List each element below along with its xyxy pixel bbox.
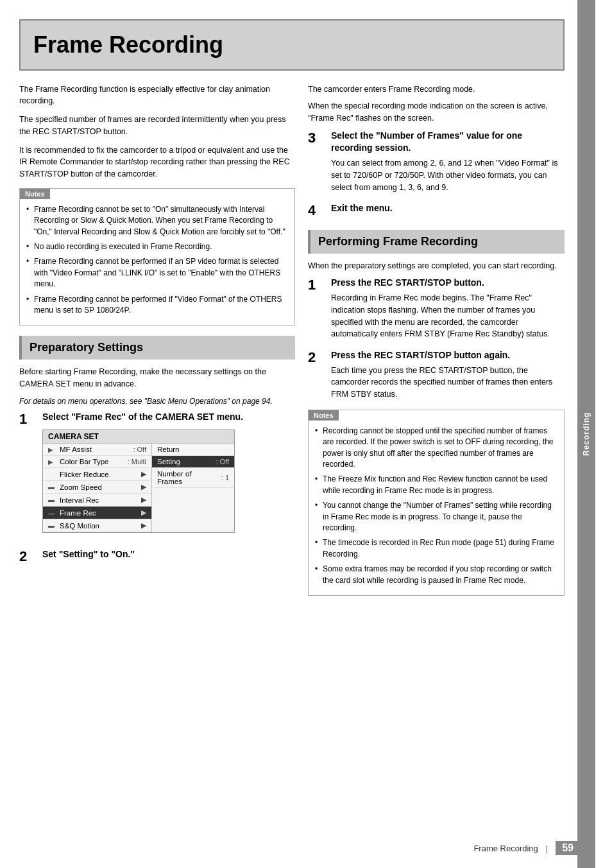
row-icon-0: ▶	[48, 446, 57, 453]
note-item-3: Frame Recording cannot be performed if a…	[26, 256, 288, 290]
prep-intro: Before starting Frame Recording, make th…	[19, 366, 295, 390]
footer-label: Frame Recording	[473, 844, 538, 853]
row-value-4: ▶	[141, 496, 146, 504]
row-value-3: ▶	[141, 483, 146, 491]
step-title-2: Set "Setting" to "On."	[42, 548, 295, 561]
performing-step-content-1: Press the REC START/STOP button. Recordi…	[331, 277, 565, 340]
camera-menu-right: Return Setting : Off Number of Frames	[152, 444, 234, 532]
camera-menu: CAMERA SET ▶ MF Assist : Off ▶	[42, 430, 235, 533]
performing-step-2: 2 Press the REC START/STOP button again.…	[308, 349, 565, 401]
step-number-3: 3	[308, 130, 323, 193]
camera-row-3: ▬ Zoom Speed ▶	[43, 481, 151, 494]
right-step-3: 3 Select the "Number of Frames" value fo…	[308, 130, 565, 193]
page-footer: Frame Recording | 59	[473, 841, 580, 855]
performing-step-content-2: Press the REC START/STOP button again. E…	[331, 349, 565, 401]
main-content: Frame Recording The Frame Recording func…	[0, 0, 577, 868]
step-content-4: Exit the menu.	[331, 202, 565, 219]
step-title-4: Exit the menu.	[331, 202, 565, 215]
row-icon-5: ▬	[48, 509, 57, 516]
step-title-1: Select "Frame Rec" of the CAMERA SET men…	[42, 411, 295, 424]
submenu-row-1: Setting : Off	[152, 456, 234, 468]
row-icon-4: ▬	[48, 496, 57, 503]
prep-step-1: 1 Select "Frame Rec" of the CAMERA SET m…	[19, 411, 295, 540]
note-item-2: No audio recording is executed in Frame …	[26, 241, 288, 252]
row-label-5: Frame Rec	[60, 509, 139, 517]
performing-step-number-1: 1	[308, 277, 323, 340]
performing-section-heading: Performing Frame Recording	[308, 230, 565, 254]
row-icon-6: ▬	[48, 522, 57, 529]
performing-step-title-1: Press the REC START/STOP button.	[331, 277, 565, 290]
prep-settings-heading: Preparatory Settings	[19, 336, 295, 360]
row-label-2: Flicker Reduce	[60, 471, 139, 478]
step-content-1: Select "Frame Rec" of the CAMERA SET men…	[42, 411, 295, 540]
submenu-row-0: Return	[152, 444, 234, 456]
camera-row-6: ▬ S&Q Motion ▶	[43, 519, 151, 532]
notes-list-performing: Recording cannot be stopped until the sp…	[315, 426, 557, 586]
step2-body2: When the special recording mode indicati…	[308, 100, 565, 125]
prep-italic: For details on menu operations, see "Bas…	[19, 397, 295, 406]
perf-note-1: Recording cannot be stopped until the sp…	[315, 426, 557, 471]
camera-menu-left: ▶ MF Assist : Off ▶ Color Bar Type : Mul…	[43, 444, 152, 532]
camera-menu-header: CAMERA SET	[43, 430, 234, 444]
right-column: The camcorder enters Frame Recording mod…	[308, 83, 565, 603]
notes-header-performing: Notes	[309, 410, 339, 421]
notes-header-main: Notes	[20, 189, 50, 199]
step2-body1: The camcorder enters Frame Recording mod…	[308, 83, 565, 96]
step-content-2: Set "Setting" to "On."	[42, 548, 295, 565]
submenu-label-2: Number of Frames	[157, 470, 219, 485]
row-label-1: Color Bar Type	[60, 458, 125, 465]
performing-intro: When the preparatory settings are comple…	[308, 260, 565, 272]
right-step-4: 4 Exit the menu.	[308, 202, 565, 219]
row-label-6: S&Q Motion	[60, 522, 139, 530]
step-title-3: Select the "Number of Frames" value for …	[331, 130, 565, 155]
step-number-1: 1	[19, 411, 35, 540]
right-tab: Recording	[577, 0, 595, 868]
intro-para-2: The specified number of frames are recor…	[19, 114, 295, 138]
row-label-0: MF Assist	[60, 446, 130, 453]
submenu-value-1: : Off	[216, 458, 229, 465]
row-value-5: ▶	[141, 508, 146, 517]
note-item-4: Frame Recording cannot be performed if "…	[26, 294, 288, 317]
intro-para-3: It is recommended to fix the camcorder t…	[19, 144, 295, 180]
submenu-label-1: Setting	[157, 458, 213, 465]
perf-note-5: Some extra frames may be recorded if you…	[315, 564, 557, 586]
camera-row-1: ▶ Color Bar Type : Multi	[43, 456, 151, 468]
submenu-value-2: : 1	[221, 474, 229, 482]
performing-step-1: 1 Press the REC START/STOP button. Recor…	[308, 277, 565, 340]
notes-content-performing: Recording cannot be stopped until the sp…	[309, 421, 564, 595]
page-title: Frame Recording	[33, 32, 550, 58]
notes-box-performing: Notes Recording cannot be stopped until …	[308, 410, 565, 596]
performing-step-title-2: Press the REC START/STOP button again.	[331, 349, 565, 362]
prep-step-2: 2 Set "Setting" to "On."	[19, 548, 295, 565]
perf-note-2: The Freeze Mix function and Rec Review f…	[315, 474, 557, 496]
camera-row-0: ▶ MF Assist : Off	[43, 444, 151, 456]
step-body-3: You can select from among 2, 6, and 12 w…	[331, 157, 565, 193]
performing-step-body-2: Each time you press the REC START/STOP b…	[331, 365, 565, 401]
row-icon-3: ▬	[48, 483, 57, 490]
page-container: Frame Recording The Frame Recording func…	[0, 0, 612, 868]
row-value-6: ▶	[141, 521, 146, 530]
page-title-box: Frame Recording	[19, 19, 565, 71]
notes-box-main: Notes Frame Recording cannot be set to "…	[19, 188, 295, 326]
right-tab-label: Recording	[582, 412, 591, 456]
intro-para-1: The Frame Recording function is especial…	[19, 83, 295, 108]
notes-content-main: Frame Recording cannot be set to "On" si…	[20, 199, 294, 326]
camera-menu-rows: ▶ MF Assist : Off ▶ Color Bar Type : Mul…	[43, 444, 234, 532]
camera-row-4: ▬ Interval Rec ▶	[43, 494, 151, 507]
footer-page-number: 59	[556, 841, 580, 855]
note-item-1: Frame Recording cannot be set to "On" si…	[26, 204, 288, 238]
notes-list-main: Frame Recording cannot be set to "On" si…	[26, 204, 288, 317]
performing-step-number-2: 2	[308, 349, 323, 401]
perf-note-3: You cannot change the "Number of Frames"…	[315, 500, 557, 534]
row-icon-1: ▶	[48, 458, 57, 465]
row-label-4: Interval Rec	[60, 496, 139, 504]
row-value-1: : Multi	[128, 458, 146, 465]
left-column: The Frame Recording function is especial…	[19, 83, 295, 603]
performing-step-body-1: Recording in Frame Rec mode begins. The …	[331, 292, 565, 340]
submenu-label-0: Return	[157, 446, 226, 453]
step-number-2: 2	[19, 548, 35, 565]
two-col-layout: The Frame Recording function is especial…	[19, 83, 565, 603]
row-value-2: ▶	[141, 470, 146, 478]
camera-row-5: ▬ Frame Rec ▶	[43, 507, 151, 519]
row-label-3: Zoom Speed	[60, 483, 139, 491]
